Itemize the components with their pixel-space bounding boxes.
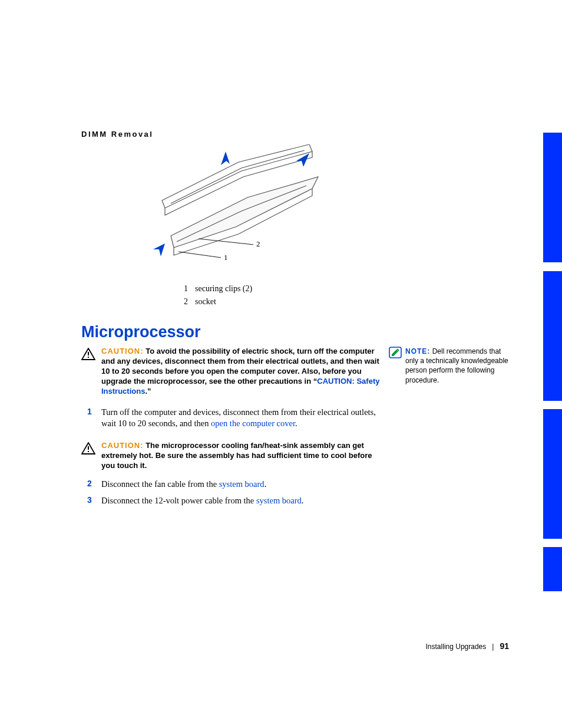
arrow-out-icon xyxy=(153,243,165,256)
step-body: Disconnect the fan cable from the system… xyxy=(101,479,382,490)
system-board-link[interactable]: system board xyxy=(256,496,302,505)
caution-label: CAUTION: xyxy=(101,347,144,355)
step-number: 3 xyxy=(87,495,92,505)
step-2: 2 Disconnect the fan cable from the syst… xyxy=(87,479,382,490)
page-footer: Installing Upgrades | 91 xyxy=(426,641,509,651)
legend-desc: securing clips (2) xyxy=(195,283,258,295)
step-text-pre: Disconnect the 12-volt power cable from … xyxy=(101,496,256,505)
open-cover-link[interactable]: open the computer cover xyxy=(211,419,295,428)
system-board-link[interactable]: system board xyxy=(219,479,265,489)
caution-block: CAUTION: To avoid the possibility of ele… xyxy=(81,347,382,396)
step-body: Turn off the computer and devices, disco… xyxy=(101,407,382,429)
side-tab xyxy=(543,547,562,591)
legend-num: 1 xyxy=(184,283,194,295)
step-number: 2 xyxy=(87,479,92,488)
diagram-callout-2: 2 xyxy=(256,239,260,248)
diagram-callout-1: 1 xyxy=(224,253,228,262)
caution-text: CAUTION: The microprocessor cooling fan/… xyxy=(101,441,382,471)
caution-block: CAUTION: The microprocessor cooling fan/… xyxy=(81,441,382,471)
footer-section: Installing Upgrades xyxy=(426,643,487,651)
note-text: NOTE: Dell recommends that only a techni… xyxy=(405,347,513,385)
caution-triangle-icon xyxy=(81,348,95,361)
step-1: 1 Turn off the computer and devices, dis… xyxy=(87,407,382,429)
step-text-pre: Disconnect the fan cable from the xyxy=(101,479,219,489)
svg-rect-0 xyxy=(88,352,89,355)
svg-rect-2 xyxy=(88,446,89,450)
caution-text: CAUTION: To avoid the possibility of ele… xyxy=(101,347,382,396)
svg-rect-1 xyxy=(88,357,89,358)
legend-row: 2 socket xyxy=(184,296,258,308)
note-pencil-icon xyxy=(389,347,402,358)
legend-desc: socket xyxy=(195,296,258,308)
step-body: Disconnect the 12-volt power cable from … xyxy=(101,495,382,506)
side-tab xyxy=(543,133,562,262)
step-3: 3 Disconnect the 12-volt power cable fro… xyxy=(87,495,382,506)
dimm-removal-diagram: 1 2 xyxy=(144,144,321,268)
caution-triangle-icon xyxy=(81,442,95,455)
step-text-post: . xyxy=(302,496,304,505)
note-block: NOTE: Dell recommends that only a techni… xyxy=(389,347,513,385)
side-tab xyxy=(543,409,562,539)
arrow-up-icon xyxy=(221,151,230,165)
caution-label: CAUTION: xyxy=(101,441,144,450)
legend-row: 1 securing clips (2) xyxy=(184,283,258,295)
svg-rect-3 xyxy=(88,451,89,452)
step-text-post: . xyxy=(295,419,297,428)
legend-num: 2 xyxy=(184,296,194,308)
caution-body-post: .” xyxy=(145,387,151,396)
page-number: 91 xyxy=(500,641,509,651)
note-label: NOTE: xyxy=(405,347,430,355)
footer-separator: | xyxy=(492,643,494,651)
microprocessor-heading: Microprocessor xyxy=(81,323,201,341)
diagram-legend: 1 securing clips (2) 2 socket xyxy=(183,282,259,309)
step-text-post: . xyxy=(265,479,267,489)
step-number: 1 xyxy=(87,407,92,416)
side-tab xyxy=(543,271,562,401)
dimm-removal-heading: DIMM Removal xyxy=(81,130,153,139)
